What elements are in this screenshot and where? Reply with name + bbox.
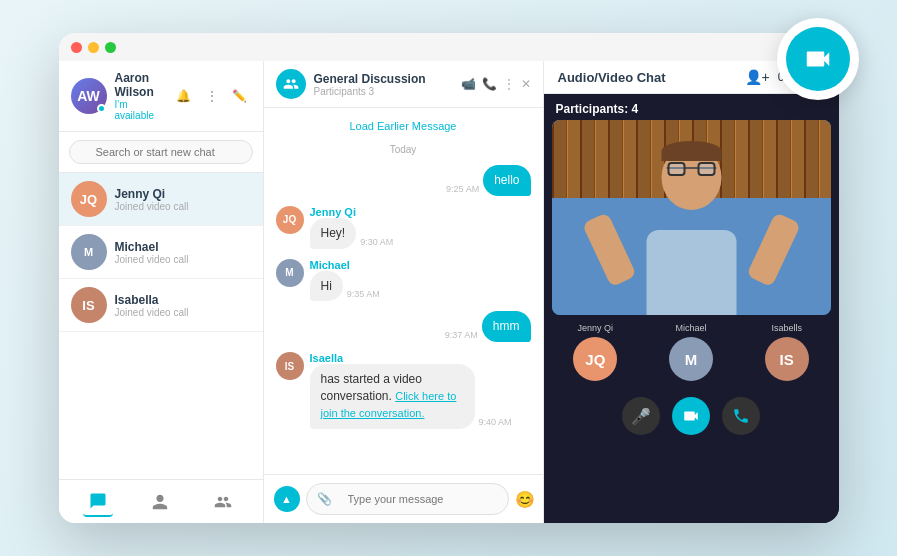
thumbnail-michael: Michael M bbox=[647, 323, 735, 381]
contact-name-jenny: Jenny Qi bbox=[115, 187, 251, 201]
menu-icon[interactable]: ⋮ bbox=[201, 85, 223, 107]
user-info: Aaron Wilson I'm available bbox=[115, 71, 165, 121]
thumbnail-name-isabells: Isabells bbox=[771, 323, 802, 333]
contact-item-michael[interactable]: M Michael Joined video call bbox=[59, 226, 263, 279]
msg-time-hello: 9:25 AM bbox=[446, 184, 479, 194]
isaella-msg-name: Isaella bbox=[310, 352, 512, 364]
jenny-msg-time: 9:30 AM bbox=[360, 237, 393, 247]
maximize-button[interactable] bbox=[105, 42, 116, 53]
search-bar: 🔍 bbox=[59, 132, 263, 173]
close-button[interactable] bbox=[71, 42, 82, 53]
video-controls: 🎤 bbox=[544, 389, 839, 445]
user-status: I'm available bbox=[115, 99, 165, 121]
nav-groups[interactable] bbox=[208, 487, 238, 517]
more-options-icon[interactable]: ⋮ bbox=[503, 77, 515, 91]
chat-input-area: ▲ 📎 😊 bbox=[264, 474, 543, 523]
contact-status-isabella: Joined video call bbox=[115, 307, 251, 318]
camera-icon bbox=[786, 27, 850, 91]
app-window: AW Aaron Wilson I'm available 🔔 ⋮ ✏️ 🔍 bbox=[59, 33, 839, 523]
thumbnail-bar: Jenny Qi JQ Michael M Isabells IS bbox=[544, 315, 839, 389]
thumbnail-avatar-michael: M bbox=[669, 337, 713, 381]
contact-status-jenny: Joined video call bbox=[115, 201, 251, 212]
jenny-msg-avatar: JQ bbox=[276, 206, 304, 234]
sidebar: AW Aaron Wilson I'm available 🔔 ⋮ ✏️ 🔍 bbox=[59, 61, 264, 523]
thumbnail-jenny: Jenny Qi JQ bbox=[552, 323, 640, 381]
sidebar-header: AW Aaron Wilson I'm available 🔔 ⋮ ✏️ bbox=[59, 61, 263, 132]
chat-area: General Discussion Participants 3 📹 📞 ⋮ … bbox=[264, 61, 544, 523]
user-avatar-initials: AW bbox=[77, 88, 100, 104]
jenny-msg-bubble: Hey! bbox=[310, 218, 357, 249]
sidebar-icons: 🔔 ⋮ ✏️ bbox=[173, 85, 251, 107]
video-toggle-button[interactable] bbox=[672, 397, 710, 435]
video-bg bbox=[552, 120, 831, 315]
nav-contacts[interactable] bbox=[145, 487, 175, 517]
michael-msg-bubble: Hi bbox=[310, 271, 343, 302]
end-call-button[interactable] bbox=[722, 397, 760, 435]
contact-item-isabella[interactable]: IS Isabella Joined video call bbox=[59, 279, 263, 332]
paperclip-icon: 📎 bbox=[317, 492, 332, 506]
date-divider: Today bbox=[276, 144, 531, 155]
chat-header: General Discussion Participants 3 📹 📞 ⋮ … bbox=[264, 61, 543, 108]
chat-header-icons: 📹 📞 ⋮ ✕ bbox=[461, 77, 531, 91]
phone-call-icon[interactable]: 📞 bbox=[482, 77, 497, 91]
video-panel: Audio/Video Chat 👤+ 00:00:30 Participant… bbox=[544, 61, 839, 523]
contact-name-isabella: Isabella bbox=[115, 293, 251, 307]
channel-avatar bbox=[276, 69, 306, 99]
minimize-button[interactable] bbox=[88, 42, 99, 53]
msg-in-jenny: JQ Jenny Qi Hey! 9:30 AM bbox=[276, 206, 531, 249]
mute-button[interactable]: 🎤 bbox=[622, 397, 660, 435]
channel-name: General Discussion bbox=[314, 72, 453, 86]
msg-in-isaella: IS Isaella has started a video conversat… bbox=[276, 352, 531, 428]
msg-out-hello: 9:25 AM hello bbox=[276, 165, 531, 196]
edit-icon[interactable]: ✏️ bbox=[229, 85, 251, 107]
search-wrapper: 🔍 bbox=[69, 140, 253, 164]
thumbnail-isabells: Isabells IS bbox=[743, 323, 831, 381]
camera-overlay bbox=[777, 18, 859, 100]
contact-list: JQ Jenny Qi Joined video call M Michael … bbox=[59, 173, 263, 479]
contact-avatar-jenny: JQ bbox=[71, 181, 107, 217]
contact-name-michael: Michael bbox=[115, 240, 251, 254]
chat-title-block: General Discussion Participants 3 bbox=[314, 72, 453, 97]
nav-chat[interactable] bbox=[83, 487, 113, 517]
add-participant-icon[interactable]: 👤+ bbox=[745, 69, 770, 85]
upload-button[interactable]: ▲ bbox=[274, 486, 300, 512]
thumbnail-avatar-jenny: JQ bbox=[573, 337, 617, 381]
bubble-hmm: hmm bbox=[482, 311, 531, 342]
contact-info-michael: Michael Joined video call bbox=[115, 240, 251, 265]
isaella-msg-avatar: IS bbox=[276, 352, 304, 380]
thumbnail-name-michael: Michael bbox=[676, 323, 707, 333]
thumbnail-name-jenny: Jenny Qi bbox=[578, 323, 614, 333]
msg-out-hmm: 9:37 AM hmm bbox=[276, 311, 531, 342]
bell-icon[interactable]: 🔔 bbox=[173, 85, 195, 107]
chat-messages: Load Earlier Message Today 9:25 AM hello… bbox=[264, 108, 543, 474]
contact-item-jenny[interactable]: JQ Jenny Qi Joined video call bbox=[59, 173, 263, 226]
bubble-hello: hello bbox=[483, 165, 530, 196]
video-call-icon[interactable]: 📹 bbox=[461, 77, 476, 91]
video-title: Audio/Video Chat bbox=[558, 70, 666, 85]
status-dot bbox=[97, 104, 106, 113]
participants-count: Participants 3 bbox=[314, 86, 453, 97]
video-main: Participants: 4 bbox=[544, 94, 839, 523]
isaella-msg-bubble: has started a video conversation. Click … bbox=[310, 364, 475, 428]
msg-in-michael: M Michael Hi 9:35 AM bbox=[276, 259, 531, 302]
msg-time-hmm: 9:37 AM bbox=[445, 330, 478, 340]
search-input[interactable] bbox=[69, 140, 253, 164]
user-name: Aaron Wilson bbox=[115, 71, 165, 99]
contact-avatar-michael: M bbox=[71, 234, 107, 270]
close-chat-icon[interactable]: ✕ bbox=[521, 77, 531, 91]
isaella-msg-time: 9:40 AM bbox=[479, 417, 512, 427]
contact-avatar-isabella: IS bbox=[71, 287, 107, 323]
sidebar-bottom bbox=[59, 479, 263, 523]
jenny-msg-name: Jenny Qi bbox=[310, 206, 394, 218]
emoji-button[interactable]: 😊 bbox=[515, 490, 535, 509]
app-body: AW Aaron Wilson I'm available 🔔 ⋮ ✏️ 🔍 bbox=[59, 61, 839, 523]
michael-msg-name: Michael bbox=[310, 259, 380, 271]
contact-status-michael: Joined video call bbox=[115, 254, 251, 265]
thumbnail-avatar-isabells: IS bbox=[765, 337, 809, 381]
load-earlier-btn[interactable]: Load Earlier Message bbox=[276, 120, 531, 132]
contact-info-jenny: Jenny Qi Joined video call bbox=[115, 187, 251, 212]
user-avatar-container: AW bbox=[71, 78, 107, 114]
michael-msg-avatar: M bbox=[276, 259, 304, 287]
contact-info-isabella: Isabella Joined video call bbox=[115, 293, 251, 318]
message-input[interactable] bbox=[336, 488, 498, 510]
